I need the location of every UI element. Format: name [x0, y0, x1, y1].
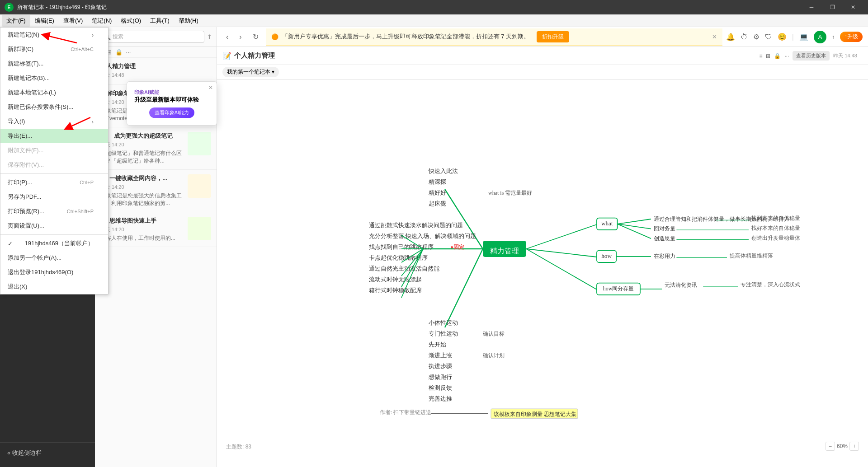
menu-export[interactable]: 导出(E)...: [0, 129, 108, 143]
note-item-5[interactable]: 4、思维导图快速上手 昨天 14:20 请客人在使用，工作时使用的...: [95, 212, 217, 247]
menu-logout[interactable]: 退出登录191hjhds469(O): [0, 265, 108, 280]
menu-print-preview[interactable]: 打印预览(R)... Ctrl+Shift+P: [0, 204, 108, 219]
sync-icon[interactable]: ↑: [832, 34, 835, 40]
zoom-in-button[interactable]: +: [849, 442, 859, 451]
note-date-4: 昨天 14:20: [100, 184, 184, 191]
note-list-header: 🔍 搜索 ⬆: [95, 27, 217, 47]
svg-text:充分分析整落,快速入场、解决领域的问题: 充分分析整落,快速入场、解决领域的问题: [369, 233, 476, 239]
toolbar-list-icon[interactable]: ≡: [759, 53, 762, 59]
editor-content[interactable]: 精力管理 快速入此法 精深探 精好好 what is 需范量最好 起床覺 通过跳…: [217, 79, 868, 467]
menu-current-account[interactable]: 191hjhds469（当前帐户）: [0, 236, 108, 251]
more-icon[interactable]: ···: [126, 49, 131, 56]
menu-new-saved-search[interactable]: 新建已保存搜索条件(S)...: [0, 100, 108, 114]
menu-exit[interactable]: 退出(X): [0, 280, 108, 294]
close-button[interactable]: ✕: [843, 0, 863, 14]
note-item-3[interactable]: 一、 成为更强大的超级笔记 昨天 14:20 「超级笔记」和普通笔记有什么区别？…: [95, 127, 217, 170]
svg-text:执进步骤: 执进步骤: [429, 363, 452, 369]
emoji-icon[interactable]: 😊: [778, 33, 787, 41]
menu-save-pdf[interactable]: 另存为PDF...: [0, 190, 108, 204]
note-list-toolbar: ≡ ⊞ 🔒 ···: [95, 47, 217, 58]
sidebar-collapse[interactable]: « 收起侧边栏: [7, 446, 88, 460]
menu-new-note[interactable]: 新建笔记(N) ›: [0, 28, 108, 42]
avatar[interactable]: A: [814, 31, 826, 43]
note-thumb-4: [188, 174, 211, 198]
notebook-name: 我的第一个笔记本: [227, 69, 270, 75]
collapse-label: « 收起侧边栏: [7, 449, 42, 457]
menu-page-setup[interactable]: 页面设置(U)...: [0, 219, 108, 233]
menu-new-tag[interactable]: 新建标签(T)...: [0, 56, 108, 71]
tablet-icon[interactable]: 💻: [799, 33, 808, 41]
menu-new-notebook[interactable]: 新建笔记本(B)...: [0, 71, 108, 85]
banner-icon: 🟠: [271, 33, 278, 40]
note-item-1[interactable]: 个人精力管理 昨天 14:48: [95, 58, 217, 85]
menu-print[interactable]: 打印(P)... Ctrl+P: [0, 175, 108, 190]
svg-text:专门性运动: 专门性运动: [429, 330, 458, 337]
editor-area: ‹ › ↻ 🟠 「新用户专享优惠」完成最后一步，马上升级即可释放印象笔记全部潜能…: [217, 27, 868, 467]
zoom-out-button[interactable]: −: [826, 442, 835, 451]
svg-text:创造出升度量稳量体: 创造出升度量稳量体: [751, 235, 800, 241]
svg-text:无法清化资讯: 无法清化资讯: [665, 282, 697, 288]
note-thumb-3: [188, 132, 211, 155]
history-button[interactable]: 查看历史版本: [793, 51, 830, 61]
upgrade-button[interactable]: 折扣升级: [537, 31, 569, 42]
top-nav: ‹ › ↻ 🟠 「新用户专享优惠」完成最后一步，马上升级即可释放印象笔记全部潜能…: [217, 27, 868, 47]
upgrade-pill[interactable]: ↑升级: [840, 32, 863, 42]
menu-add-account[interactable]: 添加另一个帐户(A)...: [0, 251, 108, 265]
shield-icon[interactable]: 🛡: [765, 33, 772, 41]
editor-title: 个人精力管理: [234, 51, 751, 60]
svg-text:箱行式时钟稳散配席: 箱行式时钟稳散配席: [369, 287, 422, 294]
mindmap-container[interactable]: 精力管理 快速入此法 精深探 精好好 what is 需范量最好 起床覺 通过跳…: [217, 79, 868, 467]
menu-new-chat[interactable]: 新群聊(C) Ctrl+Alt+C: [0, 42, 108, 56]
note-icon: 📝: [222, 51, 231, 60]
divider-2: [0, 234, 108, 235]
menu-help[interactable]: 帮助(H): [174, 15, 203, 27]
svg-text:流动式时钟无限漂起: 流动式时钟无限漂起: [369, 276, 422, 283]
note-preview-4: 印象笔记是您最强大的信息收集工具。利用印象笔记独家的剪...: [100, 192, 184, 207]
chevron-down-icon: ▾: [272, 69, 274, 75]
svg-text:在彩用力: 在彩用力: [654, 253, 675, 259]
window-title: 所有笔记本 - 191hjhds469 - 印象笔记: [17, 4, 801, 11]
menu-edit[interactable]: 编辑(E): [30, 15, 59, 27]
note-preview-3: 「超级笔记」和普通笔记有什么区别？「超级笔记」给各种...: [100, 149, 184, 165]
menu-import[interactable]: 导入(I) ›: [0, 114, 108, 129]
svg-line-34: [526, 224, 597, 249]
minimize-button[interactable]: ─: [801, 0, 822, 14]
gear-icon[interactable]: ⚙: [753, 33, 760, 41]
bell-icon[interactable]: 🔔: [726, 33, 735, 41]
divider-nav: |: [792, 33, 794, 41]
svg-text:创造思量: 创造思量: [654, 235, 675, 242]
toolbar-columns-icon[interactable]: ⊞: [766, 53, 770, 59]
popup-close[interactable]: ✕: [208, 84, 213, 91]
svg-text:完善边推: 完善边推: [429, 395, 452, 402]
toolbar-more-icon[interactable]: ···: [784, 53, 789, 59]
notebook-breadcrumb[interactable]: 我的第一个笔记本 ▾: [222, 67, 279, 77]
toolbar-lock-icon[interactable]: 🔒: [774, 53, 781, 59]
svg-text:该模板来自印象测量 思想笔记大集: 该模板来自印象测量 思想笔记大集: [494, 411, 576, 417]
banner-close[interactable]: ✕: [712, 33, 717, 40]
note-popup: ✕ 印象AI赋能 升级至最新版本即可体验 查看印象AI能力: [127, 81, 217, 126]
menu-tools[interactable]: 工具(T): [146, 15, 174, 27]
svg-text:找好本来的自体稳量: 找好本来的自体稳量: [751, 225, 800, 231]
window-controls[interactable]: ─ ❐ ✕: [801, 0, 863, 14]
search-box[interactable]: 🔍 搜索: [99, 31, 204, 43]
forward-button[interactable]: ›: [236, 31, 245, 43]
lock-icon[interactable]: 🔒: [115, 49, 123, 56]
main-layout: 📓 所有笔记本 ✏ 印象笔 🗑 废纸篓 1 👥 注册「印象TEAMS」 « 收起…: [0, 27, 868, 467]
scroll-up-icon: ⬆: [207, 33, 212, 40]
menu-view[interactable]: 查看(V): [59, 15, 87, 27]
menu-note[interactable]: 笔记(N): [87, 15, 116, 27]
note-title-3: 一、 成为更强大的超级笔记: [100, 132, 184, 140]
editor-title-bar: 我的第一个笔记本 ▾: [217, 65, 868, 79]
history-icon[interactable]: ⏱: [741, 33, 748, 41]
svg-text:找点找到自己的跳散程序: 找点找到自己的跳散程序: [368, 243, 434, 250]
note-list-panel: 🔍 搜索 ⬆ ≡ ⊞ 🔒 ··· ✕ 印象AI赋能 升级至最新版本即可体验 查看…: [95, 27, 217, 467]
back-button[interactable]: ‹: [222, 31, 232, 43]
menu-format[interactable]: 格式(O): [116, 15, 146, 27]
ai-button[interactable]: 查看印象AI能力: [149, 107, 194, 118]
restore-button[interactable]: ❐: [822, 0, 843, 14]
svg-text:小体性运动: 小体性运动: [429, 319, 458, 326]
refresh-button[interactable]: ↻: [249, 31, 262, 43]
menu-file[interactable]: 文件(F): [2, 15, 30, 27]
menu-new-local-notebook[interactable]: 新建本地笔记本(L): [0, 85, 108, 100]
note-item-4[interactable]: 3、一键收藏全网内容，... 昨天 14:20 印象笔记是您最强大的信息收集工具…: [95, 170, 217, 212]
